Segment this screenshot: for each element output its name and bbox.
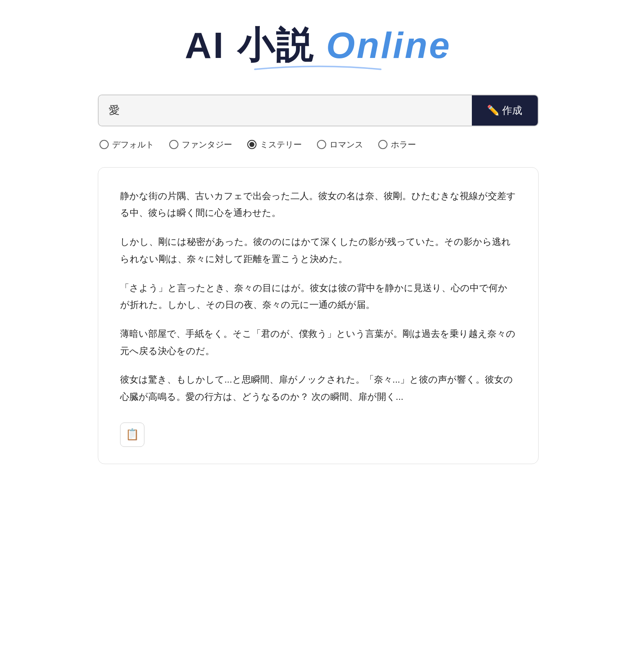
story-paragraph-5: 彼女は驚き、もしかして...と思瞬間、扉がノックされた。「奈々...」と彼の声が… <box>120 371 516 405</box>
radio-label-default: デフォルト <box>112 139 154 150</box>
search-input[interactable] <box>99 95 472 126</box>
radio-default[interactable]: デフォルト <box>99 139 154 150</box>
radio-mystery[interactable]: ミステリー <box>247 139 302 150</box>
logo-ai-ko: AI 小説 <box>185 24 314 66</box>
radio-romance[interactable]: ロマンス <box>317 139 363 150</box>
story-paragraph-3: 「さよう」と言ったとき、奈々の目にはが。彼女は彼の背中を静かに見送り、心の中で何… <box>120 280 516 314</box>
clipboard-icon: 📋 <box>126 428 139 441</box>
radio-horror[interactable]: ホラー <box>378 139 416 150</box>
logo-container: AI 小説 Online <box>185 25 451 74</box>
radio-group: デフォルト ファンタジー ミステリー ロマンス ホラー <box>98 136 539 154</box>
story-paragraph-4: 薄暗い部屋で、手紙をく。そこ「君のが、僕救う」という言葉が。剛は過去を乗り越え奈… <box>120 326 516 360</box>
radio-label-fantasy: ファンタジー <box>182 139 232 150</box>
search-section: ✏️ 作成 <box>98 94 539 126</box>
radio-circle-mystery <box>247 140 256 149</box>
radio-circle-horror <box>378 140 387 149</box>
logo-text: AI 小説 Online <box>185 25 451 66</box>
radio-circle-default <box>99 140 109 149</box>
logo-online: Online <box>326 24 451 66</box>
radio-label-romance: ロマンス <box>330 139 363 150</box>
story-paragraph-1: 静かな街の片隅、古いカフェで出会った二人。彼女の名は奈、彼剛。ひたむきな視線が交… <box>120 188 516 222</box>
search-bar-wrapper: ✏️ 作成 <box>98 94 539 126</box>
radio-label-mystery: ミステリー <box>260 139 302 150</box>
create-button[interactable]: ✏️ 作成 <box>472 95 538 126</box>
radio-fantasy[interactable]: ファンタジー <box>169 139 232 150</box>
radio-circle-romance <box>317 140 326 149</box>
story-card: 静かな街の片隅、古いカフェで出会った二人。彼女の名は奈、彼剛。ひたむきな視線が交… <box>98 167 539 464</box>
radio-circle-fantasy <box>169 140 178 149</box>
genre-section: デフォルト ファンタジー ミステリー ロマンス ホラー <box>98 136 539 154</box>
radio-label-horror: ホラー <box>391 139 416 150</box>
story-paragraph-2: しかし、剛には秘密があった。彼ののにはかて深くしたの影が残っていた。その影から逃… <box>120 234 516 268</box>
copy-button[interactable]: 📋 <box>120 423 144 447</box>
